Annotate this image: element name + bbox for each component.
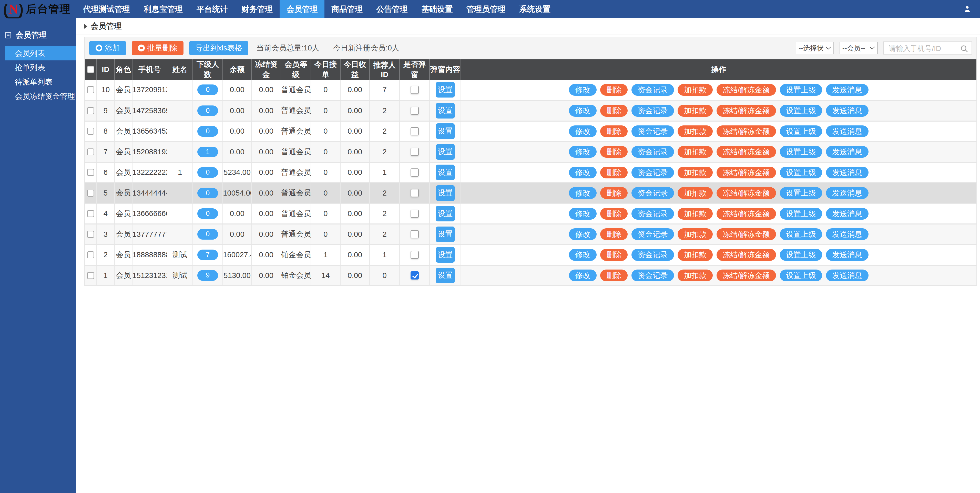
batch-delete-button[interactable]: 批量删除: [132, 41, 183, 55]
set-superior-button[interactable]: 设置上级: [780, 249, 822, 261]
edit-button[interactable]: 修改: [569, 208, 597, 220]
funds-record-button[interactable]: 资金记录: [632, 105, 674, 116]
funds-record-button[interactable]: 资金记录: [632, 84, 674, 96]
add-deduct-button[interactable]: 加扣款: [678, 208, 713, 220]
nav-item-basic-settings[interactable]: 基础设置: [414, 0, 460, 18]
delete-button[interactable]: 删除: [600, 146, 628, 158]
member-select[interactable]: --会员--: [840, 42, 878, 54]
send-message-button[interactable]: 发送消息: [826, 208, 869, 220]
select-all-checkbox[interactable]: [87, 66, 94, 73]
edit-button[interactable]: 修改: [569, 187, 597, 199]
popup-set-button[interactable]: 设置: [436, 268, 455, 283]
funds-record-button[interactable]: 资金记录: [632, 249, 674, 261]
add-deduct-button[interactable]: 加扣款: [678, 125, 713, 137]
set-superior-button[interactable]: 设置上级: [780, 187, 822, 199]
row-checkbox[interactable]: [87, 107, 94, 114]
sidebar-item-member-frozen-funds[interactable]: 会员冻结资金管理: [0, 89, 76, 103]
row-checkbox[interactable]: [87, 128, 94, 135]
edit-button[interactable]: 修改: [569, 228, 597, 240]
row-checkbox[interactable]: [87, 231, 94, 238]
edit-button[interactable]: 修改: [569, 146, 597, 158]
funds-record-button[interactable]: 资金记录: [632, 269, 674, 281]
row-checkbox[interactable]: [87, 149, 94, 155]
delete-button[interactable]: 删除: [600, 269, 628, 281]
send-message-button[interactable]: 发送消息: [826, 125, 869, 137]
popup-set-button[interactable]: 设置: [436, 165, 455, 180]
delete-button[interactable]: 删除: [600, 228, 628, 240]
send-message-button[interactable]: 发送消息: [826, 228, 869, 240]
add-deduct-button[interactable]: 加扣款: [678, 146, 713, 158]
popup-set-button[interactable]: 设置: [436, 82, 455, 98]
edit-button[interactable]: 修改: [569, 269, 597, 281]
search-input[interactable]: [884, 43, 971, 55]
funds-record-button[interactable]: 资金记录: [632, 228, 674, 240]
sidebar-group-member-mgmt[interactable]: 会员管理: [0, 18, 76, 40]
delete-button[interactable]: 删除: [600, 105, 628, 116]
popup-checkbox[interactable]: [410, 148, 419, 156]
edit-button[interactable]: 修改: [569, 166, 597, 178]
edit-button[interactable]: 修改: [569, 125, 597, 137]
funds-record-button[interactable]: 资金记录: [632, 208, 674, 220]
row-checkbox[interactable]: [87, 251, 94, 258]
funds-record-button[interactable]: 资金记录: [632, 187, 674, 199]
nav-item-platform-stats[interactable]: 平台统计: [189, 0, 235, 18]
send-message-button[interactable]: 发送消息: [826, 166, 869, 178]
popup-checkbox[interactable]: [410, 230, 419, 238]
nav-item-finance-mgmt[interactable]: 财务管理: [234, 0, 280, 18]
set-superior-button[interactable]: 设置上级: [780, 125, 822, 137]
nav-item-admin-mgmt[interactable]: 管理员管理: [460, 0, 512, 18]
delete-button[interactable]: 删除: [600, 208, 628, 220]
freeze-unfreeze-button[interactable]: 冻结/解冻金额: [716, 105, 776, 116]
set-superior-button[interactable]: 设置上级: [780, 166, 822, 178]
delete-button[interactable]: 删除: [600, 187, 628, 199]
funds-record-button[interactable]: 资金记录: [632, 146, 674, 158]
subordinates-badge[interactable]: 0: [197, 208, 218, 219]
brand-logo[interactable]: (N) 后台管理: [0, 0, 76, 18]
send-message-button[interactable]: 发送消息: [826, 269, 869, 281]
popup-set-button[interactable]: 设置: [436, 227, 455, 242]
freeze-unfreeze-button[interactable]: 冻结/解冻金额: [716, 249, 776, 261]
nav-item-product-mgmt[interactable]: 商品管理: [325, 0, 369, 18]
send-message-button[interactable]: 发送消息: [826, 84, 869, 96]
add-deduct-button[interactable]: 加扣款: [678, 269, 713, 281]
set-superior-button[interactable]: 设置上级: [780, 228, 822, 240]
add-deduct-button[interactable]: 加扣款: [678, 84, 713, 96]
subordinates-badge[interactable]: 7: [197, 250, 218, 260]
subordinates-badge[interactable]: 1: [197, 147, 218, 157]
row-checkbox[interactable]: [87, 190, 94, 197]
row-checkbox[interactable]: [87, 272, 94, 279]
nav-item-agent-test-mgmt[interactable]: 代理测试管理: [76, 0, 137, 18]
subordinates-badge[interactable]: 0: [197, 188, 218, 198]
export-xls-button[interactable]: 导出到xls表格: [189, 41, 248, 55]
delete-button[interactable]: 删除: [600, 125, 628, 137]
freeze-unfreeze-button[interactable]: 冻结/解冻金额: [716, 84, 776, 96]
add-deduct-button[interactable]: 加扣款: [678, 105, 713, 116]
subordinates-badge[interactable]: 9: [197, 270, 218, 281]
sidebar-item-pending-dispatch-list[interactable]: 待派单列表: [0, 75, 76, 89]
popup-checkbox[interactable]: [410, 189, 419, 197]
send-message-button[interactable]: 发送消息: [826, 146, 869, 158]
nav-item-lixibao-mgmt[interactable]: 利息宝管理: [137, 0, 189, 18]
set-superior-button[interactable]: 设置上级: [780, 269, 822, 281]
row-checkbox[interactable]: [87, 169, 94, 176]
freeze-unfreeze-button[interactable]: 冻结/解冻金额: [716, 187, 776, 199]
sidebar-item-grab-order-list[interactable]: 抢单列表: [0, 60, 76, 75]
popup-checkbox[interactable]: [410, 271, 419, 279]
status-select[interactable]: --选择状态--: [796, 42, 834, 54]
popup-set-button[interactable]: 设置: [436, 247, 455, 263]
row-checkbox[interactable]: [87, 210, 94, 217]
subordinates-badge[interactable]: 0: [197, 105, 218, 116]
popup-set-button[interactable]: 设置: [436, 144, 455, 160]
subordinates-badge[interactable]: 0: [197, 126, 218, 136]
subordinates-badge[interactable]: 0: [197, 229, 218, 239]
delete-button[interactable]: 删除: [600, 84, 628, 96]
delete-button[interactable]: 删除: [600, 166, 628, 178]
funds-record-button[interactable]: 资金记录: [632, 125, 674, 137]
send-message-button[interactable]: 发送消息: [826, 187, 869, 199]
set-superior-button[interactable]: 设置上级: [780, 84, 822, 96]
subordinates-badge[interactable]: 0: [197, 167, 218, 178]
popup-checkbox[interactable]: [410, 107, 419, 115]
popup-checkbox[interactable]: [410, 251, 419, 259]
add-deduct-button[interactable]: 加扣款: [678, 166, 713, 178]
edit-button[interactable]: 修改: [569, 105, 597, 116]
